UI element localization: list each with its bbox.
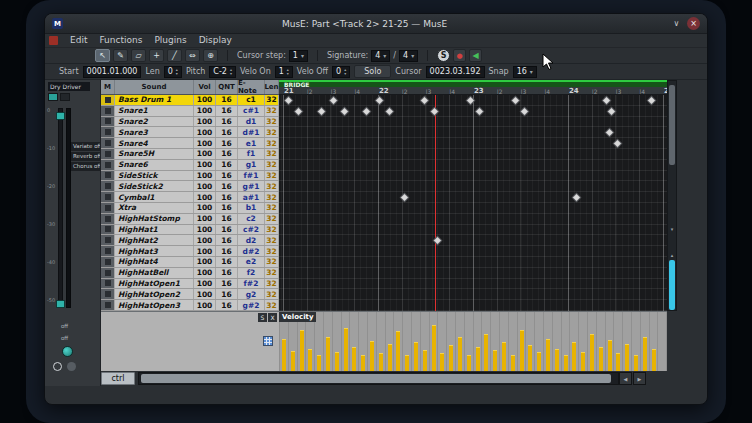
vol-value[interactable]: 100 [194,268,216,278]
enote-value[interactable]: e1 [238,138,265,148]
scroll-right-icon[interactable]: ▶ [633,372,646,385]
sound-name[interactable]: HighHat3 [115,246,194,256]
start-field[interactable]: 0001.01.000 [83,66,142,78]
note-diamond[interactable] [606,129,613,136]
velocity-bar[interactable] [352,347,356,371]
vol-value[interactable]: 100 [194,95,216,105]
note-diamond[interactable] [521,108,528,115]
mute-cell[interactable] [101,160,115,170]
sound-name[interactable]: HighHatStomp [115,214,194,224]
note-diamond[interactable] [285,97,292,104]
qnt-value[interactable]: 16 [216,192,238,202]
enote-value[interactable]: a#1 [238,192,265,202]
velocity-bar[interactable] [520,330,524,371]
output-port-selector[interactable]: Dry Driver [48,82,90,91]
mute-cell[interactable] [101,138,115,148]
volume-fader-handle[interactable] [56,112,65,120]
mute-cell[interactable] [101,246,115,256]
sound-name[interactable]: HighHatOpen2 [115,289,194,299]
velocity-bar[interactable] [572,342,576,371]
velocity-bar[interactable] [599,347,603,371]
note-diamond[interactable] [386,108,393,115]
len-value[interactable]: 32 [265,127,279,137]
sound-name[interactable]: Snare3 [115,127,194,137]
velocity-bar[interactable] [414,342,418,371]
qnt-value[interactable]: 16 [216,279,238,289]
enote-value[interactable]: g#2 [238,300,265,310]
ctrl-close-button[interactable]: X [268,313,277,322]
vol-value[interactable]: 100 [194,289,216,299]
velocity-bar[interactable] [493,350,497,371]
sound-name[interactable]: SideStick2 [115,181,194,191]
mute-cell[interactable] [101,127,115,137]
spinner-icon[interactable]: ▴▾ [287,68,289,76]
mute-cell[interactable] [101,214,115,224]
velocity-bar[interactable] [344,328,348,371]
vol-value[interactable]: 100 [194,106,216,116]
velocity-bar[interactable] [528,345,532,371]
pitch-field[interactable]: C-2 ▴▾ [209,66,236,78]
mute-cell[interactable] [101,95,115,105]
drum-row[interactable]: HighHatOpen110016f#232 [101,279,279,290]
sound-name[interactable]: HighHat1 [115,225,194,235]
velocity-bar[interactable] [423,350,427,371]
drum-row[interactable]: SideStick10016f#132 [101,171,279,182]
note-diamond[interactable] [421,97,428,104]
drum-row[interactable]: Cymbal110016a#132 [101,192,279,203]
qnt-value[interactable]: 16 [216,181,238,191]
note-diamond[interactable] [401,194,408,201]
note-grid[interactable] [279,95,667,311]
vol-value[interactable]: 100 [194,279,216,289]
vol-value[interactable]: 100 [194,149,216,159]
len-value[interactable]: 32 [265,203,279,213]
qnt-value[interactable]: 16 [216,257,238,267]
mute-cell[interactable] [101,289,115,299]
note-diamond[interactable] [341,108,348,115]
vol-value[interactable]: 100 [194,160,216,170]
len-value[interactable]: 32 [265,171,279,181]
signature-denominator-dropdown[interactable]: 4 ▾ [399,50,418,62]
qnt-value[interactable]: 16 [216,171,238,181]
velocity-bar[interactable] [643,337,647,371]
enote-value[interactable]: c1 [238,95,265,105]
step-record-button[interactable]: S [437,49,450,62]
enote-value[interactable]: g2 [238,289,265,299]
velocity-bar[interactable] [300,330,304,371]
pointer-tool[interactable]: ↖ [95,49,110,62]
vol-value[interactable]: 100 [194,300,216,310]
len-value[interactable]: 32 [265,279,279,289]
sound-name[interactable]: HighHatOpen3 [115,300,194,310]
vol-value[interactable]: 100 [194,203,216,213]
drum-row[interactable]: HighHat310016d#232 [101,246,279,257]
len-value[interactable]: 32 [265,225,279,235]
sound-name[interactable]: Snare2 [115,117,194,127]
velocity-lane[interactable]: Velocity [279,311,667,371]
pan-knob[interactable] [62,346,73,357]
drum-row[interactable]: Bass Drum 110016c132 [101,95,279,106]
sound-name[interactable]: Snare5H [115,149,194,159]
sound-name[interactable]: HighHatOpen1 [115,279,194,289]
scroll-up-icon[interactable]: ▴ [669,252,675,258]
sound-name[interactable]: Snare4 [115,138,194,148]
drum-row[interactable]: HighHatStomp10016c232 [101,214,279,225]
drum-row[interactable]: Snare610016g132 [101,160,279,171]
velocity-bar[interactable] [326,337,330,371]
mute-cell[interactable] [101,106,115,116]
mute-cell[interactable] [101,203,115,213]
note-diamond[interactable] [603,97,610,104]
mute-cell[interactable] [101,300,115,310]
note-diamond[interactable] [512,97,519,104]
velocity-bar[interactable] [440,353,444,371]
mute-cell[interactable] [101,257,115,267]
enote-value[interactable]: c2 [238,214,265,224]
drum-row[interactable]: HighHat210016d232 [101,235,279,246]
velocity-bar[interactable] [282,339,286,371]
pencil-tool[interactable]: ✎ [113,49,128,62]
horizontal-scrollbar[interactable] [138,372,619,385]
note-diamond[interactable] [608,108,615,115]
vol-value[interactable]: 100 [194,235,216,245]
drum-row[interactable]: HighHatOpen210016g232 [101,289,279,300]
note-diamond[interactable] [614,140,621,147]
len-value[interactable]: 32 [265,214,279,224]
sound-name[interactable]: Bass Drum 1 [115,95,194,105]
